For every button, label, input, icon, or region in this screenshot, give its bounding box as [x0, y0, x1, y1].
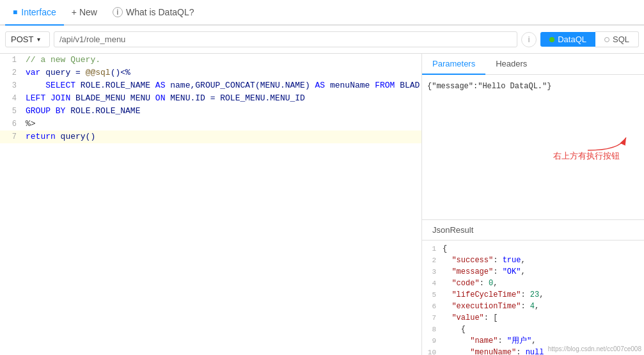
annotation-arrow [581, 131, 632, 157]
url-input[interactable] [54, 31, 517, 47]
tab-interface[interactable]: ■ Interface [5, 0, 64, 26]
code-line: 5 GROUP BY ROLE.ROLE_NAME [0, 105, 421, 118]
watermark: https://blog.csdn.net/cc007ce008 [548, 345, 641, 352]
code-line: 2 var query = @@sql()<% [0, 67, 421, 79]
dataql-indicator [549, 37, 554, 42]
nav-help[interactable]: i What is DataQL? [105, 0, 202, 24]
annotation-container: 右上方有执行按钮 [427, 93, 639, 219]
code-line: 3 SELECT ROLE.ROLE_NAME AS name,GROUP_CO… [0, 79, 421, 92]
tab-parameters[interactable]: Parameters [422, 54, 485, 75]
code-line: 4 LEFT JOIN BLADE_MENU MENU ON MENU.ID =… [0, 92, 421, 105]
right-bottom-panel: JsonResult 1 { 2 "success": true, 3 "mes… [422, 220, 644, 355]
tab-headers[interactable]: Headers [485, 54, 537, 75]
new-label: New [79, 7, 97, 17]
json-line: 5 "lifeCycleTime": 23, [422, 289, 644, 301]
dataql-label: DataQL [558, 35, 586, 44]
param-line: {"message":"Hello DataQL."} [427, 80, 639, 93]
code-line: 6 %> [0, 118, 421, 130]
json-line: 8 { [422, 324, 644, 335]
url-info-button[interactable]: i [521, 32, 537, 47]
info-icon: i [113, 7, 123, 17]
code-line-highlighted: 7 return query() [0, 130, 421, 143]
code-line: 1 // a new Query. [0, 54, 421, 67]
interface-icon: ■ [13, 8, 17, 17]
method-label: POST [11, 35, 33, 44]
plus-icon: + [72, 7, 77, 17]
json-line: 7 "value": [ [422, 312, 644, 324]
editor-panel: 1 // a new Query. 2 var query = @@sql()<… [0, 54, 422, 355]
sql-label: SQL [613, 35, 629, 44]
interface-label: Interface [21, 7, 56, 17]
json-line: 6 "executionTime": 4, [422, 301, 644, 312]
chevron-down-icon: ▾ [37, 36, 40, 43]
main-content: 1 // a new Query. 2 var query = @@sql()<… [0, 54, 644, 355]
json-result-header: JsonResult [422, 220, 644, 241]
url-bar: POST ▾ i DataQL SQL [0, 26, 644, 54]
info-circle-icon: i [528, 35, 530, 44]
tabs-bar: Parameters Headers [422, 54, 644, 75]
json-line: 1 { [422, 243, 644, 255]
run-sql-button[interactable]: SQL [595, 31, 639, 47]
json-line: 4 "code": 0, [422, 278, 644, 289]
top-nav: ■ Interface + New i What is DataQL? [0, 0, 644, 26]
help-label: What is DataQL? [126, 7, 194, 17]
code-editor[interactable]: 1 // a new Query. 2 var query = @@sql()<… [0, 54, 421, 355]
parameters-content: {"message":"Hello DataQL."} 右上方有执行按钮 [422, 75, 644, 219]
run-options: DataQL SQL [540, 31, 639, 47]
sql-indicator [604, 37, 609, 42]
right-panel: Parameters Headers {"message":"Hello Dat… [422, 54, 644, 355]
right-top-panel: Parameters Headers {"message":"Hello Dat… [422, 54, 644, 220]
method-select[interactable]: POST ▾ [5, 31, 50, 47]
json-content[interactable]: 1 { 2 "success": true, 3 "message": "OK"… [422, 241, 644, 355]
nav-new[interactable]: + New [64, 0, 105, 24]
json-line: 3 "message": "OK", [422, 266, 644, 278]
json-line: 2 "success": true, [422, 255, 644, 266]
run-dataql-button[interactable]: DataQL [540, 32, 595, 47]
